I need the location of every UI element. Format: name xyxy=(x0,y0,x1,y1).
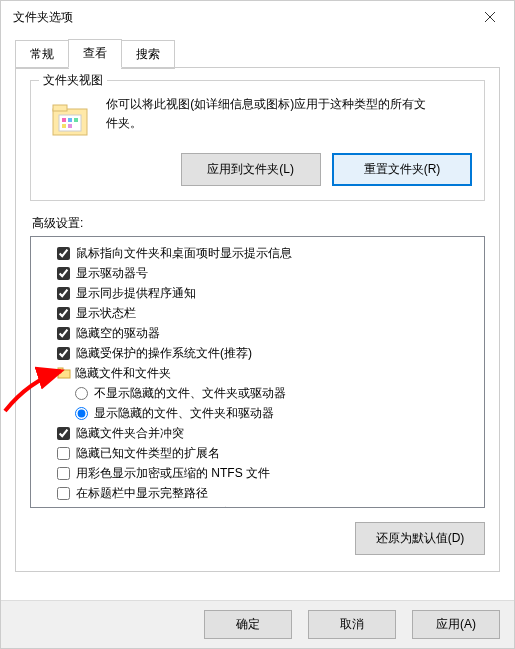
restore-defaults-button[interactable]: 还原为默认值(D) xyxy=(355,522,485,555)
folder-views-title: 文件夹视图 xyxy=(39,72,107,89)
checkbox[interactable] xyxy=(57,447,70,460)
close-icon xyxy=(485,12,495,22)
item-label: 隐藏空的驱动器 xyxy=(76,324,160,342)
list-item[interactable]: 隐藏受保护的操作系统文件(推荐) xyxy=(39,343,480,363)
list-item[interactable]: 显示驱动器号 xyxy=(39,263,480,283)
item-label: 在单独的进程中打开文件夹窗口 xyxy=(76,504,244,508)
item-label: 隐藏文件夹合并冲突 xyxy=(76,424,184,442)
item-label: 不显示隐藏的文件、文件夹或驱动器 xyxy=(94,384,286,402)
tab-content: 文件夹视图 你可以将此视图(如详细信息或图标)应用于这种类型的所有文件夹。 应用… xyxy=(15,67,500,572)
item-label: 隐藏已知文件类型的扩展名 xyxy=(76,444,220,462)
svg-rect-8 xyxy=(62,124,66,128)
item-label: 隐藏受保护的操作系统文件(推荐) xyxy=(76,344,252,362)
tabstrip: 常规 查看 搜索 xyxy=(1,39,514,68)
tab-general[interactable]: 常规 xyxy=(15,40,69,69)
item-label: 显示同步提供程序通知 xyxy=(76,284,196,302)
item-label: 在标题栏中显示完整路径 xyxy=(76,484,208,502)
folder-icon xyxy=(49,99,91,141)
svg-rect-7 xyxy=(74,118,78,122)
checkbox[interactable] xyxy=(57,287,70,300)
list-item[interactable]: 显示隐藏的文件、文件夹和驱动器 xyxy=(39,403,480,423)
checkbox[interactable] xyxy=(57,487,70,500)
apply-to-folders-button[interactable]: 应用到文件夹(L) xyxy=(181,153,321,186)
checkbox[interactable] xyxy=(57,507,70,509)
item-label: 鼠标指向文件夹和桌面项时显示提示信息 xyxy=(76,244,292,262)
item-label: 隐藏文件和文件夹 xyxy=(75,364,171,382)
list-item[interactable]: 隐藏空的驱动器 xyxy=(39,323,480,343)
list-item[interactable]: 在单独的进程中打开文件夹窗口 xyxy=(39,503,480,508)
radio[interactable] xyxy=(75,387,88,400)
ok-button[interactable]: 确定 xyxy=(204,610,292,639)
svg-rect-6 xyxy=(68,118,72,122)
apply-button[interactable]: 应用(A) xyxy=(412,610,500,639)
list-item[interactable]: 鼠标指向文件夹和桌面项时显示提示信息 xyxy=(39,243,480,263)
item-label: 显示隐藏的文件、文件夹和驱动器 xyxy=(94,404,274,422)
svg-rect-9 xyxy=(68,124,72,128)
window-title: 文件夹选项 xyxy=(13,9,73,26)
item-label: 用彩色显示加密或压缩的 NTFS 文件 xyxy=(76,464,270,482)
svg-rect-3 xyxy=(53,105,67,111)
svg-rect-5 xyxy=(62,118,66,122)
tab-view[interactable]: 查看 xyxy=(68,39,122,68)
radio[interactable] xyxy=(75,407,88,420)
advanced-settings-label: 高级设置: xyxy=(32,215,485,232)
titlebar: 文件夹选项 xyxy=(1,1,514,33)
svg-rect-11 xyxy=(58,368,63,371)
tab-search[interactable]: 搜索 xyxy=(121,40,175,69)
item-label: 显示状态栏 xyxy=(76,304,136,322)
dialog-button-row: 确定 取消 应用(A) xyxy=(1,600,514,648)
reset-folders-button[interactable]: 重置文件夹(R) xyxy=(332,153,472,186)
list-item-folder[interactable]: 隐藏文件和文件夹 xyxy=(39,363,480,383)
item-label: 显示驱动器号 xyxy=(76,264,148,282)
checkbox[interactable] xyxy=(57,307,70,320)
svg-rect-4 xyxy=(59,115,81,131)
folder-views-desc: 你可以将此视图(如详细信息或图标)应用于这种类型的所有文件夹。 xyxy=(106,95,426,133)
list-item[interactable]: 隐藏已知文件类型的扩展名 xyxy=(39,443,480,463)
checkbox[interactable] xyxy=(57,347,70,360)
checkbox[interactable] xyxy=(57,467,70,480)
advanced-settings-list[interactable]: 鼠标指向文件夹和桌面项时显示提示信息 显示驱动器号 显示同步提供程序通知 显示状… xyxy=(30,236,485,508)
list-item[interactable]: 在标题栏中显示完整路径 xyxy=(39,483,480,503)
list-item[interactable]: 隐藏文件夹合并冲突 xyxy=(39,423,480,443)
list-item[interactable]: 显示同步提供程序通知 xyxy=(39,283,480,303)
checkbox[interactable] xyxy=(57,427,70,440)
folder-small-icon xyxy=(57,366,71,380)
list-item[interactable]: 显示状态栏 xyxy=(39,303,480,323)
close-button[interactable] xyxy=(474,3,506,31)
list-item[interactable]: 用彩色显示加密或压缩的 NTFS 文件 xyxy=(39,463,480,483)
folder-views-group: 文件夹视图 你可以将此视图(如详细信息或图标)应用于这种类型的所有文件夹。 应用… xyxy=(30,80,485,201)
checkbox[interactable] xyxy=(57,247,70,260)
list-item[interactable]: 不显示隐藏的文件、文件夹或驱动器 xyxy=(39,383,480,403)
cancel-button[interactable]: 取消 xyxy=(308,610,396,639)
checkbox[interactable] xyxy=(57,327,70,340)
checkbox[interactable] xyxy=(57,267,70,280)
